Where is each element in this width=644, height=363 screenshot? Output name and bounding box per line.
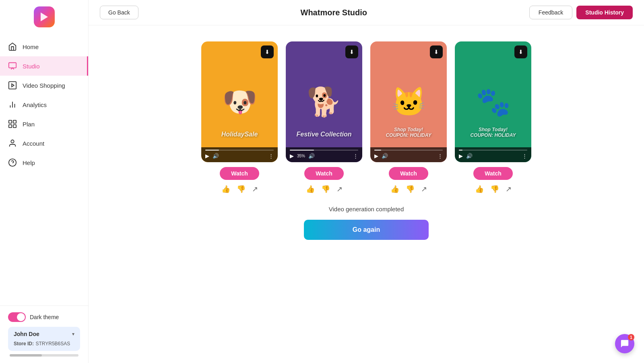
feedback-button[interactable]: Feedback [529, 6, 572, 19]
video-thumbnail-4[interactable]: ⬇ 🐾 Shop Today!COUPON: HOLIDAY ▶ 🔊 [455, 41, 531, 162]
share-icon-3[interactable]: ↗ [421, 185, 427, 194]
more-icon-2[interactable]: ⋮ [353, 153, 358, 159]
sidebar-item-analytics[interactable]: Analytics [0, 95, 88, 114]
thumbs-up-icon-4[interactable]: 👍 [475, 185, 484, 194]
studio-icon [8, 62, 17, 70]
page-title: Whatmore Studio [301, 8, 367, 17]
thumbs-down-icon-3[interactable]: 👎 [406, 185, 415, 194]
video-thumbnail-3[interactable]: ⬇ 🐱 Shop Today!COUPON: HOLIDAY ▶ 🔊 [370, 41, 447, 162]
controls-row-1: ▶ 🔊 ⋮ [205, 153, 274, 159]
progress-fill-4 [459, 150, 462, 151]
play-icon-2[interactable]: ▶ [290, 153, 294, 159]
scrollbar-track [10, 354, 78, 357]
store-id-value: STRYR5B6SAS [35, 341, 70, 346]
ctrl-left-2: ▶ 35% 🔊 [290, 153, 315, 159]
sidebar-item-studio[interactable]: Studio [0, 56, 88, 76]
chat-icon [620, 339, 629, 348]
download-button-4[interactable]: ⬇ [514, 45, 527, 58]
sidebar-item-account[interactable]: Account [0, 134, 88, 153]
ctrl-left-4: ▶ 🔊 [459, 153, 473, 159]
go-again-button[interactable]: Go again [304, 220, 429, 240]
watch-button-4[interactable]: Watch [473, 167, 512, 180]
video-controls-2: ▶ 35% 🔊 ⋮ [286, 147, 362, 162]
pet-image-3: 🐱 [370, 41, 447, 162]
svg-marker-3 [12, 84, 14, 87]
progress-bar-4 [459, 150, 527, 151]
progress-bar-3 [374, 150, 443, 151]
share-icon-1[interactable]: ↗ [252, 185, 258, 194]
more-icon-3[interactable]: ⋮ [438, 153, 443, 159]
thumbnail-bg-4: ⬇ 🐾 Shop Today!COUPON: HOLIDAY ▶ 🔊 [455, 41, 531, 162]
app-logo[interactable] [34, 6, 55, 27]
download-button-1[interactable]: ⬇ [261, 45, 274, 58]
volume-icon-3[interactable]: 🔊 [382, 153, 388, 159]
progress-bar-2 [290, 150, 358, 151]
sidebar-item-plan[interactable]: Plan [0, 114, 88, 134]
thumbs-down-icon-2[interactable]: 👎 [321, 185, 330, 194]
download-button-2[interactable]: ⬇ [345, 45, 358, 58]
thumbs-up-icon-1[interactable]: 👍 [221, 185, 230, 194]
sidebar-item-help[interactable]: Help [0, 153, 88, 172]
dark-theme-row: Dark theme [8, 312, 80, 322]
svg-rect-10 [13, 125, 16, 128]
svg-rect-8 [13, 120, 16, 123]
video-card-3: ⬇ 🐱 Shop Today!COUPON: HOLIDAY ▶ 🔊 [370, 41, 447, 194]
svg-point-11 [11, 140, 14, 143]
chat-badge: 1 [628, 334, 634, 340]
svg-rect-1 [9, 63, 16, 68]
controls-row-3: ▶ 🔊 ⋮ [374, 153, 443, 159]
video-thumbnail-2[interactable]: ⬇ 🐕 Festive Collection ▶ 35% [286, 41, 362, 162]
user-card: John Doe ▾ Store ID: STRYR5B6SAS [8, 327, 80, 351]
play-icon-4[interactable]: ▶ [459, 153, 463, 159]
video-shopping-icon [8, 81, 17, 90]
watch-button-3[interactable]: Watch [389, 167, 428, 180]
thumbs-up-icon-3[interactable]: 👍 [390, 185, 399, 194]
thumbs-down-icon-1[interactable]: 👎 [237, 185, 246, 194]
user-dropdown[interactable]: John Doe ▾ [14, 331, 74, 337]
toggle-knob [17, 313, 25, 321]
sidebar-item-home[interactable]: Home [0, 37, 88, 56]
chat-fab-button[interactable]: 1 [615, 334, 634, 353]
svg-rect-7 [9, 120, 12, 123]
progress-fill-3 [374, 150, 381, 151]
plan-icon [8, 120, 17, 128]
play-icon-3[interactable]: ▶ [374, 153, 378, 159]
volume-icon-4[interactable]: 🔊 [466, 153, 473, 159]
video-overlay-text-4: Shop Today!COUPON: HOLIDAY [455, 127, 531, 138]
video-thumbnail-1[interactable]: ⬇ 🐶 HolidaySale ▶ 🔊 [201, 41, 278, 162]
main-nav: Home Studio Video Shopping Analytics [0, 34, 88, 305]
watch-button-2[interactable]: Watch [304, 167, 343, 180]
volume-icon-1[interactable]: 🔊 [213, 153, 219, 159]
play-icon-1[interactable]: ▶ [205, 153, 209, 159]
video-controls-4: ▶ 🔊 ⋮ [455, 147, 531, 162]
store-id-label: Store ID: [14, 341, 34, 346]
watch-button-1[interactable]: Watch [220, 167, 259, 180]
volume-icon-2[interactable]: 🔊 [308, 153, 315, 159]
go-back-button[interactable]: Go Back [100, 6, 138, 19]
dark-theme-label: Dark theme [30, 314, 59, 320]
thumbs-up-icon-2[interactable]: 👍 [306, 185, 315, 194]
pet-image-2: 🐕 [286, 41, 362, 162]
completion-text: Video generation completed [329, 206, 404, 212]
thumbnail-bg-1: ⬇ 🐶 HolidaySale ▶ 🔊 [201, 41, 278, 162]
svg-rect-2 [9, 82, 16, 89]
help-icon [8, 158, 17, 167]
sidebar-item-video-shopping[interactable]: Video Shopping [0, 76, 88, 95]
download-button-3[interactable]: ⬇ [430, 45, 443, 58]
action-icons-2: 👍 👎 ↗ [306, 185, 343, 194]
sidebar: Home Studio Video Shopping Analytics [0, 0, 89, 363]
controls-row-2: ▶ 35% 🔊 ⋮ [290, 153, 358, 159]
topbar: Go Back Whatmore Studio Feedback Studio … [89, 0, 644, 25]
dark-theme-toggle[interactable] [8, 312, 26, 322]
thumbs-down-icon-4[interactable]: 👎 [490, 185, 499, 194]
studio-history-button[interactable]: Studio History [576, 6, 633, 19]
account-icon [8, 139, 17, 148]
video-controls-1: ▶ 🔊 ⋮ [201, 147, 278, 162]
share-icon-2[interactable]: ↗ [336, 185, 343, 194]
svg-rect-9 [9, 125, 12, 128]
action-icons-4: 👍 👎 ↗ [475, 185, 512, 194]
more-icon-1[interactable]: ⋮ [268, 153, 274, 159]
sidebar-bottom: Dark theme John Doe ▾ Store ID: STRYR5B6… [0, 305, 88, 363]
share-icon-4[interactable]: ↗ [506, 185, 512, 194]
more-icon-4[interactable]: ⋮ [522, 153, 527, 159]
